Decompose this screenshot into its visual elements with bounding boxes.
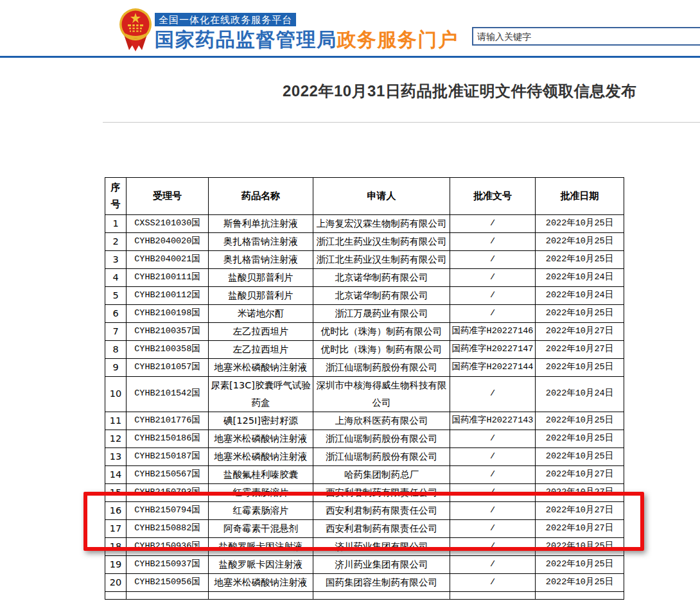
table-row: 6CYHB2100198国米诺地尔酊浙江万晟药业有限公司/2022年10月25日 bbox=[105, 305, 624, 323]
table-cell: 济川药业集团有限公司 bbox=[313, 555, 450, 573]
table-row: 3CYHB2040021国奥扎格雷钠注射液浙江北生药业汉生制药有限公司/2022… bbox=[105, 251, 624, 269]
table-cell: CXSS2101030国 bbox=[127, 215, 209, 233]
table-cell: 米诺地尔酊 bbox=[209, 305, 313, 323]
table-cell: 2022年10月27日 bbox=[536, 501, 624, 519]
table-cell: 济川药业集团有限公司 bbox=[313, 537, 450, 555]
table-cell: / bbox=[450, 305, 536, 323]
table-cell: 19 bbox=[105, 555, 127, 573]
table-row: 4CYHB2100111国盐酸贝那普利片北京诺华制药有限公司/2022年10月2… bbox=[105, 269, 624, 287]
table-cell: CYHB2101542国 bbox=[127, 377, 209, 412]
table-cell: 斯鲁利单抗注射液 bbox=[209, 215, 313, 233]
table-cell: 上海复宏汉霖生物制药有限公司 bbox=[313, 215, 450, 233]
table-cell: 2022年10月25日 bbox=[536, 233, 624, 251]
table-cell: 8 bbox=[105, 341, 127, 359]
logo-text: 全国一体化在线政务服务平台 国家药品监督管理局政务服务门户 bbox=[155, 13, 459, 53]
table-cell: 16 bbox=[105, 501, 127, 519]
col-header-applicant: 申请人 bbox=[313, 178, 450, 215]
page: 全国一体化在线政务服务平台 国家药品监督管理局政务服务门户 2022年10月31… bbox=[0, 0, 700, 608]
table-cell: 西安利君制药有限责任公司 bbox=[313, 501, 450, 519]
table-cell: CYHB2100111国 bbox=[127, 269, 209, 287]
table-row: 17CYHB2150882国阿奇霉素干混悬剂西安利君制药有限责任公司/2022年… bbox=[105, 519, 624, 537]
table-row: 5CYHB2100112国盐酸贝那普利片北京诺华制药有限公司/2022年10月2… bbox=[105, 287, 624, 305]
site-name: 国家药品监督管理局政务服务门户 bbox=[155, 27, 459, 53]
table-cell: CYHB2100112国 bbox=[127, 287, 209, 305]
table-cell: CYHB2150794国 bbox=[127, 501, 209, 519]
table-cell: 2022年10月25日 bbox=[536, 430, 624, 447]
table-cell: / bbox=[450, 573, 536, 591]
table-cell: 2022年10月27日 bbox=[536, 519, 624, 537]
table-cell: 浙江仙琚制药股份有限公司 bbox=[313, 359, 450, 377]
table-cell: CYHB2150793国 bbox=[127, 483, 209, 501]
table-cell: 阿奇霉素干混悬剂 bbox=[209, 519, 313, 537]
table-cell: 1 bbox=[105, 215, 127, 233]
table-cell: 北京诺华制药有限公司 bbox=[313, 269, 450, 287]
table-cell: 浙江仙琚制药股份有限公司 bbox=[313, 447, 450, 465]
table-cell: 优时比（珠海）制药有限公司 bbox=[313, 323, 450, 341]
table-cell: 13 bbox=[105, 447, 127, 465]
table-cell: 2022年10月25日 bbox=[536, 251, 624, 269]
table-cell: / bbox=[450, 287, 536, 305]
table-cell: CYHB2100198国 bbox=[127, 305, 209, 323]
table-cell: 地塞米松磷酸钠注射液 bbox=[209, 573, 313, 591]
table-cell: / bbox=[450, 269, 536, 287]
col-header-seq: 序号 bbox=[105, 178, 127, 215]
table-cell: 哈药集团制药总厂 bbox=[313, 465, 450, 483]
table-cell bbox=[536, 591, 624, 599]
table-cell: 盐酸罗哌卡因注射液 bbox=[209, 537, 313, 555]
table-cell: 国药集团容生制药有限公司 bbox=[313, 573, 450, 591]
table-cell: / bbox=[450, 465, 536, 483]
table-row: 15CYHB2150793国红霉素肠溶片西安利君制药有限责任公司/2022年10… bbox=[105, 483, 624, 501]
table-row: 16CYHB2150794国红霉素肠溶片西安利君制药有限责任公司/2022年10… bbox=[105, 501, 624, 519]
table-cell: 尿素[13C]胶囊呼气试验药盒 bbox=[209, 377, 313, 412]
table-cell: 2022年10月25日 bbox=[536, 305, 624, 323]
table-cell: CYHB2150187国 bbox=[127, 447, 209, 465]
table-cell: CYHB2101057国 bbox=[127, 359, 209, 377]
search-input[interactable] bbox=[472, 27, 700, 46]
table-cell: / bbox=[450, 501, 536, 519]
table-cell: / bbox=[450, 215, 536, 233]
col-header-approval-no: 批准文号 bbox=[450, 178, 536, 215]
table-cell: 左乙拉西坦片 bbox=[209, 341, 313, 359]
col-header-drug-name: 药品名称 bbox=[209, 178, 313, 215]
table-cell: / bbox=[450, 555, 536, 573]
table-cell: 国药准字H20227143 bbox=[450, 412, 536, 430]
table-cell: 浙江仙琚制药股份有限公司 bbox=[313, 430, 450, 447]
table-cell: 14 bbox=[105, 465, 127, 483]
table-cell: 18 bbox=[105, 537, 127, 555]
table-cell: 红霉素肠溶片 bbox=[209, 501, 313, 519]
table-cell: 西安利君制药有限责任公司 bbox=[313, 483, 450, 501]
drug-approval-table: 序号 受理号 药品名称 申请人 批准文号 批准日期 1CXSS2101030国斯… bbox=[105, 177, 624, 600]
table-row: 9CYHB2101057国地塞米松磷酸钠注射液浙江仙琚制药股份有限公司国药准字H… bbox=[105, 359, 624, 377]
col-header-acceptance-no: 受理号 bbox=[127, 178, 209, 215]
table-cell: 2 bbox=[105, 233, 127, 251]
table-cell bbox=[450, 591, 536, 599]
table-row: 19CYHB2150937国盐酸罗哌卡因注射液济川药业集团有限公司/2022年1… bbox=[105, 555, 624, 573]
table-row: 20CYHB2150956国地塞米松磷酸钠注射液国药集团容生制药有限公司/202… bbox=[105, 573, 624, 591]
table-cell: / bbox=[450, 251, 536, 269]
table-row: 13CYHB2150187国地塞米松磷酸钠注射液浙江仙琚制药股份有限公司/202… bbox=[105, 447, 624, 465]
page-title: 2022年10月31日药品批准证明文件待领取信息发布 bbox=[283, 81, 637, 101]
table-cell: 碘[125I]密封籽源 bbox=[209, 412, 313, 430]
table-cell: 2022年10月27日 bbox=[536, 465, 624, 483]
table-cell: 2022年10月24日 bbox=[536, 269, 624, 287]
table-cell bbox=[105, 591, 127, 599]
table-cell: 2022年10月24日 bbox=[536, 287, 624, 305]
table-cell: 2022年10月25日 bbox=[536, 537, 624, 555]
site-header: 全国一体化在线政务服务平台 国家药品监督管理局政务服务门户 bbox=[0, 0, 700, 56]
table-cell: 地塞米松磷酸钠注射液 bbox=[209, 447, 313, 465]
table-cell: / bbox=[450, 430, 536, 447]
table-cell: / bbox=[450, 537, 536, 555]
title-divider bbox=[103, 122, 700, 123]
table-row: 7CYHB2100357国左乙拉西坦片优时比（珠海）制药有限公司国药准字H202… bbox=[105, 323, 624, 341]
table-cell: 国药准字H20227144 bbox=[450, 359, 536, 377]
table-cell: 西安利君制药有限责任公司 bbox=[313, 519, 450, 537]
site-name-primary: 国家药品监督管理局 bbox=[155, 29, 337, 50]
table-cell: 地塞米松磷酸钠注射液 bbox=[209, 359, 313, 377]
table-cell: 地塞米松磷酸钠注射液 bbox=[209, 430, 313, 447]
table-cell bbox=[313, 591, 450, 599]
table-cell: 浙江万晟药业有限公司 bbox=[313, 305, 450, 323]
table-cell: CYHB2101776国 bbox=[127, 412, 209, 430]
col-header-approval-date: 批准日期 bbox=[536, 178, 624, 215]
table-cell: 盐酸贝那普利片 bbox=[209, 269, 313, 287]
table-cell: CYHB2100358国 bbox=[127, 341, 209, 359]
